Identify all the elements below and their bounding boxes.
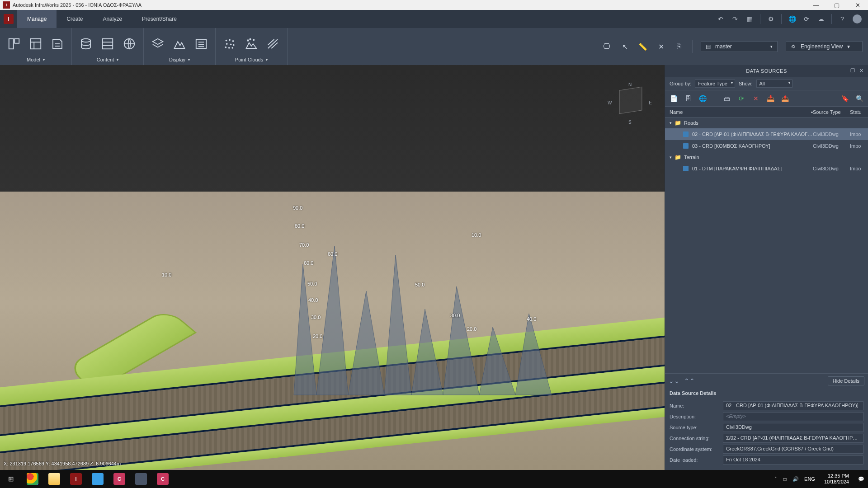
tray-language[interactable]: ENG [804, 476, 815, 482]
viewport-3d[interactable]: 90.0 80.0 70.0 60.0 60.0 50.0 50.0 40.0 … [0, 65, 665, 470]
detail-name-value[interactable]: 02 - CRD [AP-01 (ΦΙΛΙΠΠΙΑΔΑΣ Β-ΓΕΦΥΡΑ ΚΑ… [723, 401, 863, 410]
grid-icon[interactable]: ▦ [745, 15, 754, 23]
contour-label: 80.0 [295, 223, 304, 229]
svg-rect-0 [9, 39, 14, 49]
globe-icon[interactable]: 🌐 [788, 15, 796, 23]
ribbon-label-model[interactable]: Model▾ [27, 57, 45, 63]
detail-key: Source type: [670, 425, 719, 430]
sync-icon[interactable]: ⟳ [802, 15, 811, 23]
taskbar-calculator[interactable] [130, 470, 152, 488]
tray-clock[interactable]: 12:35 PM 10/18/2024 [821, 473, 853, 485]
detail-date-value: Fri Oct 18 2024 [723, 455, 863, 465]
svg-point-26 [250, 39, 251, 40]
add-database-icon[interactable]: 🗄 [683, 94, 693, 103]
tree-group-roads[interactable]: ▾📁Roads [665, 117, 868, 128]
app-menu-button[interactable]: I [0, 10, 17, 28]
model-properties-icon[interactable] [6, 36, 22, 52]
zoom-to-icon[interactable]: 🔍 [854, 94, 864, 103]
col-status[interactable]: Statu [850, 109, 868, 115]
tree-group-terrain[interactable]: ▾📁Terrain [665, 152, 868, 163]
ribbon-group-content: Content▾ [72, 28, 144, 65]
ribbon-label-pointclouds[interactable]: Point Clouds▾ [235, 57, 268, 63]
ribbon-label-content[interactable]: Content▾ [97, 57, 119, 63]
detail-key: Description: [670, 414, 719, 419]
taskbar-explorer[interactable] [43, 470, 65, 488]
tab-create[interactable]: Create [57, 10, 93, 28]
select-features-icon[interactable]: 🔖 [840, 94, 850, 103]
detail-key: Coordinate system: [670, 446, 719, 452]
window-minimize-button[interactable]: — [806, 0, 826, 10]
hide-details-button[interactable]: Hide Details [828, 376, 864, 385]
display-mode-icon[interactable]: 🖵 [602, 42, 612, 52]
help-icon[interactable]: ? [838, 15, 846, 23]
redo-icon[interactable]: ↷ [731, 15, 739, 23]
window-titlebar: I Autodesk InfraWorks 2025 - 056 - ΙΟΝΙΑ… [0, 0, 868, 10]
configure-icon[interactable]: 🗃 [722, 94, 732, 103]
user-avatar[interactable] [853, 14, 862, 23]
terrain-themes-icon[interactable] [172, 36, 187, 52]
taskbar-civil3d-2[interactable]: C [152, 470, 174, 488]
data-source-details: Name:02 - CRD [AP-01 (ΦΙΛΙΠΠΙΑΔΑΣ Β-ΓΕΦΥ… [665, 399, 868, 470]
ribbon-label-display[interactable]: Display▾ [169, 57, 190, 63]
chevron-down-icon: ▾ [847, 43, 850, 50]
surface-layers-icon[interactable] [150, 36, 165, 52]
view-mode-label: Engineering View [801, 43, 843, 50]
export-icon[interactable]: 📤 [780, 94, 790, 103]
taskbar-infraworks[interactable]: I [65, 470, 87, 488]
panel-close-button[interactable]: ✕ [858, 67, 865, 74]
undo-icon[interactable]: ↶ [717, 15, 725, 23]
tab-manage[interactable]: Manage [17, 10, 57, 28]
contour-label: 70.0 [299, 242, 309, 248]
collapse-up-icon[interactable]: ⌃⌃ [684, 377, 695, 385]
import-icon[interactable]: 📥 [765, 94, 775, 103]
tray-volume-icon[interactable]: 🔊 [793, 476, 799, 482]
measure-icon[interactable]: 📏 [638, 42, 648, 52]
tab-present-share[interactable]: Present/Share [132, 10, 187, 28]
col-name[interactable]: Name [670, 109, 683, 115]
tray-network-icon[interactable]: ▭ [783, 476, 787, 482]
start-button[interactable]: ⊞ [0, 470, 22, 488]
window-close-button[interactable]: ✕ [847, 0, 868, 10]
tools-icon[interactable]: ✕ [656, 42, 666, 52]
col-source-type[interactable]: Source Type [813, 109, 850, 115]
proposal-dropdown[interactable]: ▤ master ▾ [701, 41, 778, 52]
scripts-icon[interactable] [50, 36, 65, 52]
settings-icon[interactable]: ⚙ [767, 15, 775, 23]
groupby-dropdown[interactable]: Feature Type [695, 80, 735, 88]
svg-point-7 [81, 39, 90, 42]
model-explorer-icon[interactable] [28, 36, 43, 52]
tab-analyze[interactable]: Analyze [93, 10, 132, 28]
panel-maximize-button[interactable]: ❐ [849, 67, 856, 74]
legend-icon[interactable] [193, 36, 209, 52]
taskbar-civil3d-1[interactable]: C [108, 470, 130, 488]
view-cube[interactable]: N S E W [610, 83, 651, 124]
model-builder-icon[interactable] [122, 36, 137, 52]
contour-label: 50.0 [415, 282, 425, 287]
add-file-icon[interactable]: 📄 [669, 94, 679, 103]
show-dropdown[interactable]: All [756, 80, 793, 88]
data-sources-icon[interactable] [78, 36, 94, 52]
bookmarks-icon[interactable]: ⎘ [674, 42, 684, 52]
select-tool-icon[interactable]: ↖ [620, 42, 630, 52]
feature-themes-icon[interactable] [100, 36, 115, 52]
svg-point-19 [226, 43, 228, 45]
pc-manage-icon[interactable] [222, 36, 237, 52]
view-mode-dropdown[interactable]: ⛭ Engineering View ▾ [786, 41, 863, 52]
taskbar-chrome[interactable] [22, 470, 43, 488]
tree-row-03-crd[interactable]: 03 - CRD [ΚΟΜΒΟΣ ΚΑΛΟΓΗΡΟΥ] Civil3DDwg I… [665, 140, 868, 152]
tray-expand-icon[interactable]: ˄ [774, 476, 777, 482]
expand-down-icon[interactable]: ⌄⌄ [669, 377, 679, 385]
tray-notifications-icon[interactable]: 💬 [858, 476, 864, 482]
add-web-icon[interactable]: 🌐 [698, 94, 708, 103]
cloud-icon[interactable]: ☁ [817, 15, 825, 23]
refresh-icon[interactable]: ⟳ [736, 94, 746, 103]
pc-terrain-icon[interactable] [244, 36, 259, 52]
tree-row-01-dtm[interactable]: 01 - DTM [ΠΑΡΑΚΑΜΨΗ ΦΙΛΙΠΠΙΑΔΑΣ] Civil3D… [665, 163, 868, 174]
tree-row-02-crd[interactable]: 02 - CRD [AP-01 (ΦΙΛΙΠΠΙΑΔΑΣ Β-ΓΕΦΥΡΑ ΚΑ… [665, 128, 868, 140]
row-type: Civil3DDwg [813, 131, 850, 137]
taskbar-notepad[interactable] [87, 470, 108, 488]
detail-description-value[interactable]: <Empty> [723, 412, 863, 421]
window-maximize-button[interactable]: ▢ [826, 0, 847, 10]
pc-linear-icon[interactable] [265, 36, 281, 52]
remove-icon[interactable]: ✕ [751, 94, 761, 103]
